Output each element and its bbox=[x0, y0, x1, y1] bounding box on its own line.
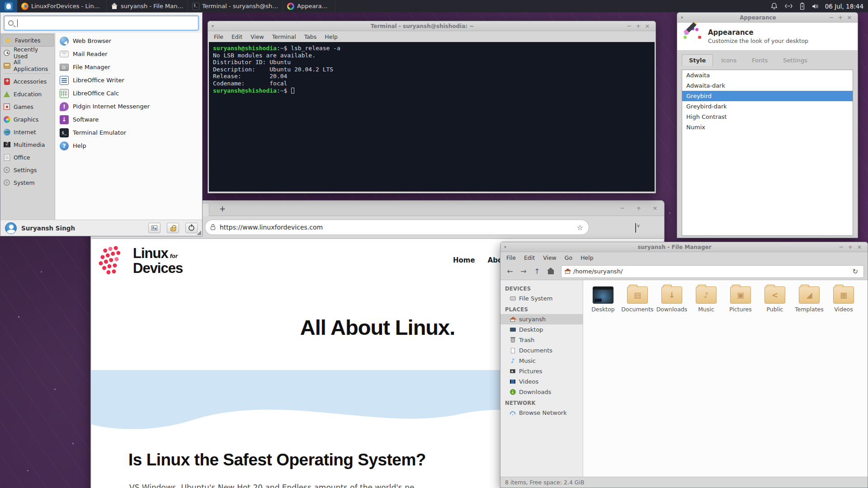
menu-edit[interactable]: Edit bbox=[227, 32, 246, 42]
fm-close-button[interactable]: × bbox=[855, 243, 864, 252]
power-button[interactable] bbox=[185, 223, 198, 233]
category-accessories[interactable]: Accessories bbox=[0, 75, 55, 88]
theme-option[interactable]: High Contrast bbox=[682, 112, 853, 122]
taskbar-button-terminal[interactable]: Terminal - suryansh@shisho... bbox=[188, 0, 283, 12]
up-button[interactable]: ↑ bbox=[531, 266, 543, 277]
volume-icon[interactable] bbox=[811, 3, 820, 10]
app-file-manager[interactable]: File Manager bbox=[55, 61, 202, 74]
forward-button[interactable]: → bbox=[518, 266, 529, 277]
menu-terminal[interactable]: Terminal bbox=[268, 32, 300, 42]
category-games[interactable]: Games bbox=[0, 100, 55, 113]
reload-icon[interactable]: ↻ bbox=[850, 267, 860, 276]
menu-go[interactable]: Go bbox=[561, 253, 576, 263]
file-documents[interactable]: ▤Documents bbox=[624, 286, 651, 313]
app-help[interactable]: Help bbox=[55, 139, 202, 152]
sidebar-item-home[interactable]: suryansh bbox=[500, 314, 583, 324]
sidebar-item-videos[interactable]: Videos bbox=[500, 376, 583, 387]
sidebar-item-desktop[interactable]: Desktop bbox=[500, 324, 583, 335]
category-favorites[interactable]: ★Favorites bbox=[1, 34, 54, 47]
notifications-bell-icon[interactable] bbox=[770, 2, 778, 10]
home-button[interactable] bbox=[545, 266, 557, 277]
nav-home-link[interactable]: Home bbox=[453, 256, 475, 264]
file-downloads[interactable]: ↓Downloads bbox=[658, 286, 685, 313]
sidebar-item-pictures[interactable]: Pictures bbox=[500, 366, 583, 376]
category-recently-used[interactable]: Recently Used bbox=[0, 47, 55, 59]
app-software[interactable]: Software bbox=[55, 113, 202, 126]
fm-maximize-button[interactable]: + bbox=[846, 243, 855, 252]
fm-file-grid[interactable]: Desktop ▤Documents ↓Downloads ♪Music ▣Pi… bbox=[583, 280, 868, 477]
file-music[interactable]: ♪Music bbox=[693, 286, 720, 313]
path-text[interactable]: /home/suryansh/ bbox=[573, 268, 847, 275]
avatar[interactable] bbox=[5, 222, 17, 234]
app-libreoffice-writer[interactable]: LibreOffice Writer bbox=[55, 74, 202, 87]
site-logo[interactable]: Linuxfor Devices bbox=[99, 246, 183, 275]
app-mail-reader[interactable]: Mail Reader bbox=[55, 47, 202, 61]
file-pictures[interactable]: ▣Pictures bbox=[727, 286, 754, 313]
menu-view[interactable]: View bbox=[246, 32, 268, 42]
category-multimedia[interactable]: Multimedia bbox=[0, 138, 55, 151]
sidebar-item-browse-network[interactable]: Browse Network bbox=[500, 408, 583, 418]
menu-tabs[interactable]: Tabs bbox=[300, 32, 321, 42]
pocket-shield-icon[interactable] bbox=[635, 223, 636, 233]
menu-help[interactable]: Help bbox=[321, 32, 342, 42]
theme-option[interactable]: Adwaita-dark bbox=[682, 80, 853, 91]
taskbar-button-appearance[interactable]: Appearance bbox=[283, 0, 335, 12]
network-icon[interactable] bbox=[784, 3, 793, 9]
appearance-minimize-button[interactable]: − bbox=[827, 13, 836, 22]
theme-option[interactable]: Adwaita bbox=[682, 70, 853, 80]
tab-fonts[interactable]: Fonts bbox=[745, 54, 775, 66]
applications-menu-button[interactable] bbox=[0, 0, 17, 12]
window-menu-icon[interactable]: ▾ bbox=[212, 23, 220, 28]
fm-minimize-button[interactable]: − bbox=[837, 243, 846, 252]
new-tab-button[interactable]: + bbox=[217, 203, 228, 214]
window-menu-icon[interactable]: ▾ bbox=[504, 244, 512, 249]
menu-file[interactable]: File bbox=[210, 32, 227, 42]
sidebar-item-documents[interactable]: Documents bbox=[500, 345, 583, 356]
category-education[interactable]: Education bbox=[0, 88, 55, 100]
lock-screen-button[interactable] bbox=[167, 223, 179, 233]
menu-file[interactable]: File bbox=[502, 253, 520, 263]
theme-option[interactable]: Greybird-dark bbox=[682, 101, 853, 112]
appearance-titlebar[interactable]: ▾ Appearance − + × bbox=[677, 13, 858, 23]
app-pidgin[interactable]: Pidgin Internet Messenger bbox=[55, 100, 202, 113]
theme-option[interactable]: Numix bbox=[682, 122, 853, 132]
app-web-browser[interactable]: Web Browser bbox=[55, 34, 202, 47]
battery-icon[interactable] bbox=[799, 2, 805, 10]
sidebar-item-trash[interactable]: Trash bbox=[500, 335, 583, 345]
menu-edit[interactable]: Edit bbox=[520, 253, 539, 263]
back-button[interactable]: ← bbox=[504, 266, 516, 277]
browser-minimize-button[interactable]: − bbox=[618, 204, 627, 213]
category-system[interactable]: System bbox=[0, 176, 55, 189]
file-videos[interactable]: ▦Videos bbox=[830, 286, 857, 313]
taskbar-button-file-manager[interactable]: suryansh - File Manager bbox=[107, 0, 188, 12]
url-bar[interactable]: https://www.linuxfordevices.com ☆ bbox=[205, 220, 589, 235]
browser-close-button[interactable]: × bbox=[651, 204, 660, 213]
menu-view[interactable]: View bbox=[539, 253, 561, 263]
category-internet[interactable]: Internet bbox=[0, 126, 55, 138]
tab-settings[interactable]: Settings bbox=[776, 54, 814, 66]
category-graphics[interactable]: Graphics bbox=[0, 113, 55, 126]
all-settings-button[interactable] bbox=[148, 223, 160, 233]
search-input[interactable] bbox=[4, 16, 198, 30]
file-manager-titlebar[interactable]: ▾ suryansh - File Manager − + × bbox=[500, 242, 868, 252]
terminal-screen[interactable]: suryansh@shishodia:~$ lsb_release -a No … bbox=[209, 42, 655, 192]
bookmark-star-icon[interactable]: ☆ bbox=[577, 223, 583, 232]
app-libreoffice-calc[interactable]: LibreOffice Calc bbox=[55, 87, 202, 100]
category-office[interactable]: Office bbox=[0, 151, 55, 164]
taskbar-button-browser[interactable]: LinuxForDevices - LinuxForD... bbox=[17, 0, 107, 12]
terminal-maximize-button[interactable]: + bbox=[634, 22, 643, 31]
theme-option-selected[interactable]: Greybird bbox=[682, 91, 853, 101]
terminal-close-button[interactable]: × bbox=[643, 22, 652, 31]
file-public[interactable]: <Public bbox=[761, 286, 788, 313]
path-bar[interactable]: /home/suryansh/ ↻ bbox=[561, 265, 864, 278]
tab-style[interactable]: Style bbox=[682, 54, 713, 66]
terminal-titlebar[interactable]: ▾ Terminal - suryansh@shishodia: ~ − + × bbox=[208, 21, 656, 31]
window-menu-icon[interactable]: ▾ bbox=[681, 15, 689, 20]
browser-maximize-button[interactable]: + bbox=[634, 204, 643, 213]
category-settings[interactable]: Settings bbox=[0, 164, 55, 176]
appearance-maximize-button[interactable]: + bbox=[836, 13, 845, 22]
panel-clock[interactable]: 06 Jul, 18:44 bbox=[825, 0, 868, 12]
sidebar-item-downloads[interactable]: ↓Downloads bbox=[500, 387, 583, 397]
sidebar-item-music[interactable]: ♪Music bbox=[500, 356, 583, 366]
file-desktop[interactable]: Desktop bbox=[590, 286, 617, 313]
